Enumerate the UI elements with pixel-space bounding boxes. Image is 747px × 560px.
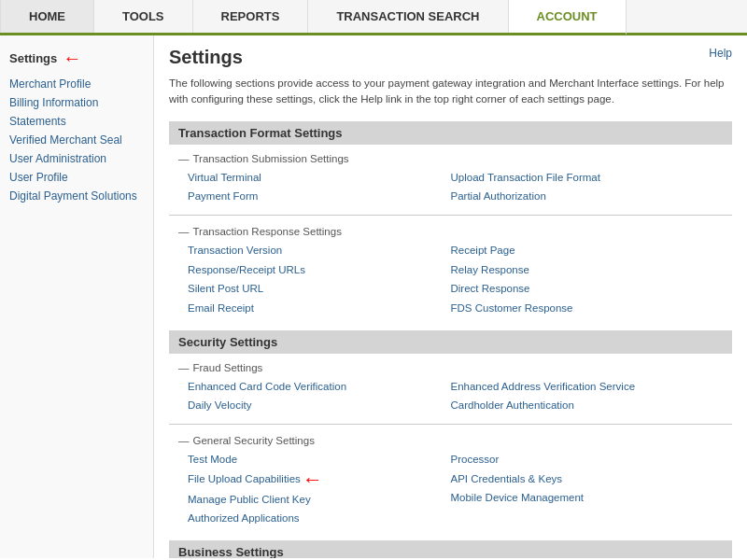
- section-header-1: Security Settings: [169, 330, 732, 354]
- link-right-0-0-0[interactable]: Upload Transaction File Format: [451, 168, 714, 188]
- link-right-0-1-1[interactable]: Relay Response: [451, 260, 714, 280]
- section-1: Security Settings—Fraud SettingsEnhanced…: [169, 330, 732, 529]
- link-right-1-0-1[interactable]: Cardholder Authentication: [451, 396, 714, 415]
- section-header-0: Transaction Format Settings: [169, 121, 732, 145]
- right-col-1-1: ProcessorAPI Credentials & KeysMobile De…: [451, 450, 714, 528]
- sidebar-link-user-profile[interactable]: User Profile: [0, 168, 153, 187]
- link-left-0-1-3[interactable]: Email Receipt: [188, 299, 451, 318]
- nav-item-reports[interactable]: REPORTS: [193, 0, 309, 33]
- nav-item-tools[interactable]: TOOLS: [94, 0, 193, 33]
- sidebar-link-user-administration[interactable]: User Administration: [0, 149, 153, 168]
- section-header-2: Business Settings: [169, 540, 732, 558]
- right-col-0-1: Receipt PageRelay ResponseDirect Respons…: [451, 241, 714, 318]
- left-col-1-0: Enhanced Card Code VerificationDaily Vel…: [188, 377, 451, 415]
- link-right-0-0-1[interactable]: Partial Authorization: [451, 187, 714, 206]
- sidebar-link-verified-merchant-seal[interactable]: Verified Merchant Seal: [0, 131, 153, 149]
- links-row-0-1: Transaction VersionResponse/Receipt URLs…: [169, 240, 732, 319]
- link-left-1-0-1[interactable]: Daily Velocity: [188, 396, 451, 415]
- page-title: Settings: [169, 47, 243, 68]
- link-left-0-1-0[interactable]: Transaction Version: [188, 241, 451, 260]
- subsection-divider: [169, 424, 732, 425]
- link-left-1-1-2[interactable]: Manage Public Client Key: [188, 490, 451, 510]
- link-left-1-0-0[interactable]: Enhanced Card Code Verification: [188, 377, 451, 397]
- sidebar-link-billing-information[interactable]: Billing Information: [0, 93, 153, 112]
- link-right-1-1-2[interactable]: Mobile Device Management: [451, 488, 714, 508]
- sidebar-link-statements[interactable]: Statements: [0, 112, 153, 131]
- sidebar-link-digital-payment-solutions[interactable]: Digital Payment Solutions: [0, 187, 153, 205]
- link-left-1-1-0[interactable]: Test Mode: [188, 450, 451, 469]
- sidebar-link-merchant-profile[interactable]: Merchant Profile: [0, 75, 153, 93]
- subsection-0-1: —Transaction Response SettingsTransactio…: [169, 223, 732, 319]
- main-header: Settings Help: [169, 47, 732, 68]
- link-right-0-1-3[interactable]: FDS Customer Response: [451, 299, 714, 318]
- link-left-1-1-3[interactable]: Authorized Applications: [188, 509, 451, 528]
- subsection-title-0-0: —Transaction Submission Settings: [169, 150, 732, 167]
- link-left-0-1-1[interactable]: Response/Receipt URLs: [188, 260, 451, 280]
- left-col-0-0: Virtual TerminalPayment Form: [188, 168, 451, 206]
- nav-item-home[interactable]: HOME: [0, 0, 94, 33]
- right-col-0-0: Upload Transaction File FormatPartial Au…: [451, 168, 714, 206]
- file-upload-arrow-icon: ←: [303, 469, 323, 490]
- subsection-0-0: —Transaction Submission SettingsVirtual …: [169, 150, 732, 207]
- nav-item-account[interactable]: ACCOUNT: [509, 0, 627, 35]
- subsection-divider: [169, 215, 732, 216]
- link-right-1-1-0[interactable]: Processor: [451, 450, 714, 469]
- sidebar-title-text: Settings: [9, 51, 57, 65]
- right-col-1-0: Enhanced Address Verification ServiceCar…: [451, 377, 714, 415]
- help-link[interactable]: Help: [709, 47, 732, 60]
- links-row-1-0: Enhanced Card Code VerificationDaily Vel…: [169, 376, 732, 416]
- links-row-0-0: Virtual TerminalPayment FormUpload Trans…: [169, 167, 732, 207]
- link-left-0-0-1[interactable]: Payment Form: [188, 187, 451, 206]
- nav-item-transaction-search[interactable]: TRANSACTION SEARCH: [308, 0, 508, 33]
- section-0: Transaction Format Settings—Transaction …: [169, 121, 732, 319]
- main-content: Settings Help The following sections pro…: [154, 35, 747, 558]
- subsection-title-1-0: —Fraud Settings: [169, 359, 732, 376]
- top-navigation: HOMETOOLSREPORTSTRANSACTION SEARCHACCOUN…: [0, 0, 747, 35]
- subsection-title-1-1: —General Security Settings: [169, 432, 732, 449]
- subsection-1-0: —Fraud SettingsEnhanced Card Code Verifi…: [169, 359, 732, 416]
- link-left-1-1-1[interactable]: File Upload Capabilities: [188, 469, 301, 489]
- sidebar: Settings ← Merchant ProfileBilling Infor…: [0, 35, 154, 558]
- section-2: Business Settings—General Information Se…: [169, 540, 732, 558]
- link-right-1-1-1[interactable]: API Credentials & Keys: [451, 469, 714, 489]
- link-left-0-1-2[interactable]: Silent Post URL: [188, 279, 451, 299]
- link-right-0-1-2[interactable]: Direct Response: [451, 279, 714, 299]
- sidebar-arrow-icon: ←: [63, 49, 81, 67]
- left-col-0-1: Transaction VersionResponse/Receipt URLs…: [188, 241, 451, 318]
- subsection-title-0-1: —Transaction Response Settings: [169, 223, 732, 240]
- intro-text: The following sections provide access to…: [169, 76, 732, 108]
- subsection-1-1: —General Security SettingsTest ModeFile …: [169, 432, 732, 529]
- link-right-0-1-0[interactable]: Receipt Page: [451, 241, 714, 260]
- link-left-0-0-0[interactable]: Virtual Terminal: [188, 168, 451, 188]
- left-col-1-1: Test ModeFile Upload Capabilities←Manage…: [188, 450, 451, 528]
- link-right-1-0-0[interactable]: Enhanced Address Verification Service: [451, 377, 714, 397]
- sidebar-title: Settings ←: [0, 45, 153, 75]
- links-row-1-1: Test ModeFile Upload Capabilities←Manage…: [169, 449, 732, 529]
